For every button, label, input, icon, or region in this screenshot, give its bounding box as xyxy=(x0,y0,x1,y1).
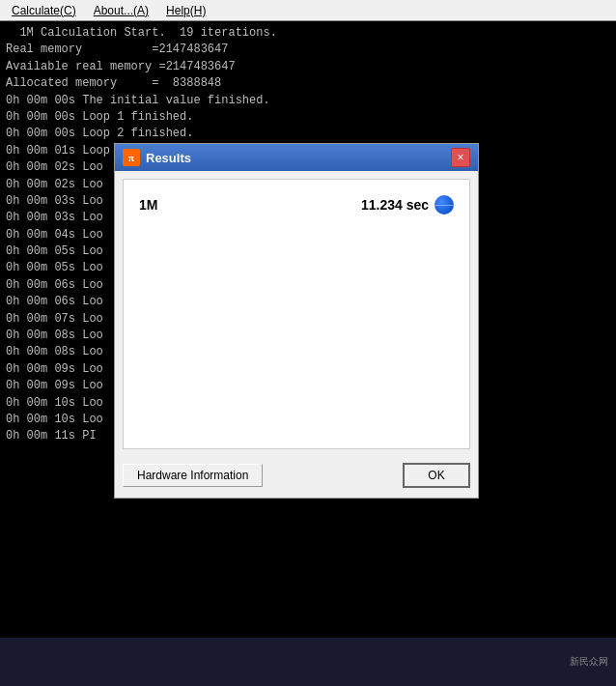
dialog-title-left: π Results xyxy=(123,149,191,166)
result-value: 11.234 sec xyxy=(361,195,454,214)
result-label: 1M xyxy=(139,197,157,213)
dialog-footer: Hardware Information OK xyxy=(115,457,478,498)
dialog-body: 1M 11.234 sec xyxy=(123,179,470,449)
dialog-overlay: π Results × 1M 11.234 sec Hardware Infor… xyxy=(0,0,616,638)
result-time: 11.234 sec xyxy=(361,197,429,213)
ok-button[interactable]: OK xyxy=(403,463,470,488)
pi-icon: π xyxy=(123,149,140,166)
pi-symbol: π xyxy=(128,152,134,163)
result-row: 1M 11.234 sec xyxy=(139,195,454,214)
bottom-bar: 新民众网 xyxy=(519,638,616,686)
dialog-close-button[interactable]: × xyxy=(451,148,470,167)
watermark: 新民众网 xyxy=(570,655,608,669)
hardware-information-button[interactable]: Hardware Information xyxy=(123,464,263,487)
globe-icon xyxy=(434,195,454,214)
dialog-titlebar: π Results × xyxy=(115,144,478,171)
results-dialog: π Results × 1M 11.234 sec Hardware Infor… xyxy=(114,143,479,499)
dialog-title: Results xyxy=(146,151,191,165)
